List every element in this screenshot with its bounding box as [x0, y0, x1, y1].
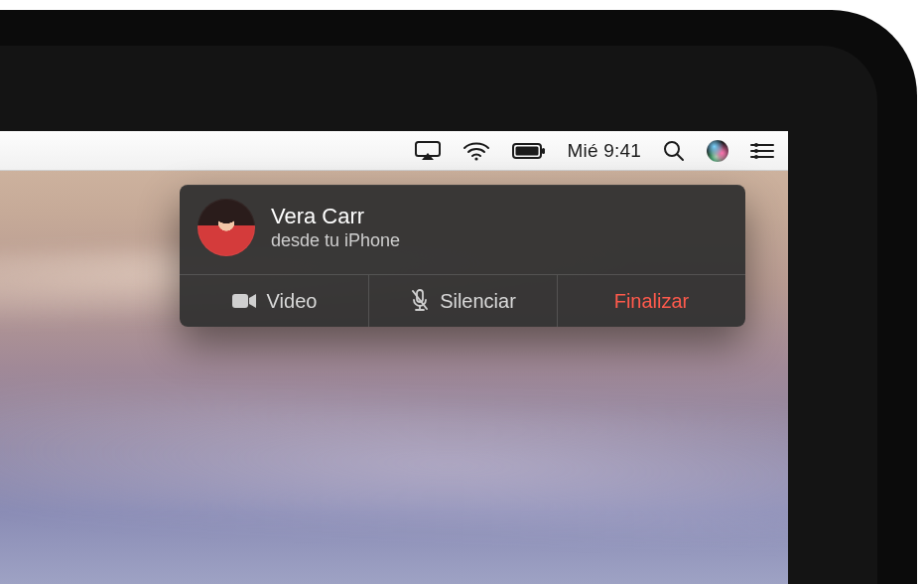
- svg-rect-13: [232, 294, 248, 308]
- svg-point-10: [754, 143, 758, 147]
- battery-icon[interactable]: [512, 131, 546, 170]
- video-camera-icon: [231, 292, 257, 310]
- svg-point-11: [754, 149, 758, 153]
- caller-avatar: [198, 199, 255, 256]
- desktop: Mié 9:41: [0, 131, 788, 584]
- call-notification: Vera Carr desde tu iPhone: [180, 185, 745, 327]
- svg-line-6: [677, 154, 683, 160]
- end-call-button[interactable]: Finalizar: [557, 275, 745, 327]
- call-header: Vera Carr desde tu iPhone: [180, 185, 745, 274]
- mute-button[interactable]: Silenciar: [368, 275, 557, 327]
- end-call-button-label: Finalizar: [614, 290, 690, 313]
- svg-rect-3: [515, 146, 538, 155]
- device-frame: Mié 9:41: [0, 0, 924, 584]
- notification-center-icon[interactable]: [750, 131, 774, 170]
- spotlight-icon[interactable]: [663, 131, 685, 170]
- clock-text: Mié 9:41: [568, 140, 641, 162]
- video-button-label: Video: [267, 290, 318, 313]
- svg-point-1: [474, 157, 477, 160]
- microphone-mute-icon: [410, 289, 430, 313]
- caller-subtitle: desde tu iPhone: [271, 230, 400, 251]
- siri-icon[interactable]: [707, 131, 728, 170]
- wifi-icon[interactable]: [462, 131, 490, 170]
- airplay-icon[interactable]: [415, 131, 441, 170]
- device-bezel-outer: Mié 9:41: [0, 10, 917, 584]
- caller-name: Vera Carr: [271, 204, 400, 228]
- call-actions: Video: [180, 274, 745, 327]
- svg-point-12: [754, 155, 758, 159]
- menu-bar-clock[interactable]: Mié 9:41: [568, 131, 641, 170]
- video-button[interactable]: Video: [180, 275, 368, 327]
- device-bezel-inner: Mié 9:41: [0, 46, 877, 584]
- mute-button-label: Silenciar: [440, 290, 516, 313]
- svg-rect-4: [542, 148, 545, 154]
- caller-info: Vera Carr desde tu iPhone: [271, 204, 400, 251]
- menu-bar: Mié 9:41: [0, 131, 788, 171]
